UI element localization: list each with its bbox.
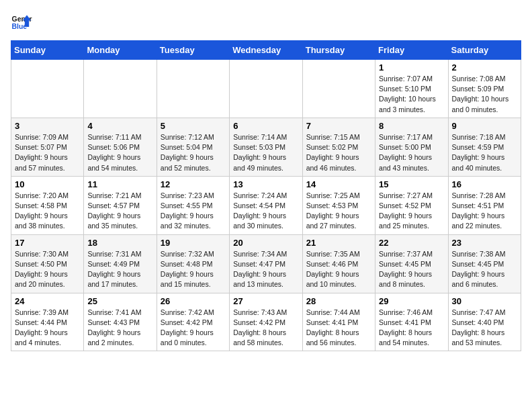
calendar-header-monday: Monday	[84, 41, 157, 60]
day-info: Sunrise: 7:12 AM Sunset: 5:04 PM Dayligh…	[161, 132, 226, 173]
day-info: Sunrise: 7:11 AM Sunset: 5:06 PM Dayligh…	[87, 132, 152, 173]
day-number: 9	[452, 121, 517, 131]
day-info: Sunrise: 7:32 AM Sunset: 4:48 PM Dayligh…	[161, 249, 226, 290]
calendar-day: 27Sunrise: 7:43 AM Sunset: 4:42 PM Dayli…	[230, 293, 302, 351]
calendar-day: 4Sunrise: 7:11 AM Sunset: 5:06 PM Daylig…	[84, 118, 157, 176]
calendar-week-1: 1Sunrise: 7:07 AM Sunset: 5:10 PM Daylig…	[11, 60, 521, 118]
day-number: 11	[87, 179, 152, 189]
calendar-day	[84, 60, 157, 118]
day-number: 23	[452, 238, 517, 248]
day-info: Sunrise: 7:17 AM Sunset: 5:00 PM Dayligh…	[379, 132, 444, 173]
calendar-header-saturday: Saturday	[448, 41, 521, 60]
calendar-day: 3Sunrise: 7:09 AM Sunset: 5:07 PM Daylig…	[11, 118, 84, 176]
day-number: 27	[233, 296, 298, 306]
calendar-day: 13Sunrise: 7:24 AM Sunset: 4:54 PM Dayli…	[230, 176, 302, 234]
day-number: 15	[379, 179, 444, 189]
calendar-week-3: 10Sunrise: 7:20 AM Sunset: 4:58 PM Dayli…	[11, 176, 521, 234]
day-number: 22	[379, 238, 444, 248]
day-info: Sunrise: 7:20 AM Sunset: 4:58 PM Dayligh…	[15, 191, 80, 232]
day-number: 28	[306, 296, 371, 306]
day-number: 8	[379, 121, 444, 131]
calendar-day: 12Sunrise: 7:23 AM Sunset: 4:55 PM Dayli…	[157, 176, 229, 234]
day-number: 13	[233, 179, 298, 189]
day-info: Sunrise: 7:39 AM Sunset: 4:44 PM Dayligh…	[15, 308, 80, 349]
calendar-day: 24Sunrise: 7:39 AM Sunset: 4:44 PM Dayli…	[11, 293, 84, 351]
calendar-day: 21Sunrise: 7:35 AM Sunset: 4:46 PM Dayli…	[302, 234, 375, 293]
day-info: Sunrise: 7:25 AM Sunset: 4:53 PM Dayligh…	[306, 191, 371, 232]
day-number: 7	[306, 121, 371, 131]
calendar-day: 8Sunrise: 7:17 AM Sunset: 5:00 PM Daylig…	[375, 118, 448, 176]
day-number: 21	[306, 238, 371, 248]
day-number: 30	[452, 296, 517, 306]
calendar-day	[157, 60, 229, 118]
day-number: 2	[452, 62, 517, 73]
calendar-day: 18Sunrise: 7:31 AM Sunset: 4:49 PM Dayli…	[84, 234, 157, 293]
day-number: 29	[379, 296, 444, 306]
day-number: 17	[15, 238, 80, 248]
day-number: 24	[15, 296, 80, 306]
calendar-header-sunday: Sunday	[11, 41, 84, 60]
day-info: Sunrise: 7:08 AM Sunset: 5:09 PM Dayligh…	[452, 74, 517, 115]
calendar-week-5: 24Sunrise: 7:39 AM Sunset: 4:44 PM Dayli…	[11, 293, 521, 351]
calendar-day: 19Sunrise: 7:32 AM Sunset: 4:48 PM Dayli…	[157, 234, 229, 293]
calendar-day: 15Sunrise: 7:27 AM Sunset: 4:52 PM Dayli…	[375, 176, 448, 234]
day-info: Sunrise: 7:14 AM Sunset: 5:03 PM Dayligh…	[233, 132, 298, 173]
day-info: Sunrise: 7:47 AM Sunset: 4:40 PM Dayligh…	[452, 308, 517, 349]
calendar-day: 10Sunrise: 7:20 AM Sunset: 4:58 PM Dayli…	[11, 176, 84, 234]
calendar-day: 16Sunrise: 7:28 AM Sunset: 4:51 PM Dayli…	[448, 176, 521, 234]
calendar-day: 11Sunrise: 7:21 AM Sunset: 4:57 PM Dayli…	[84, 176, 157, 234]
day-info: Sunrise: 7:27 AM Sunset: 4:52 PM Dayligh…	[379, 191, 444, 232]
calendar-header-wednesday: Wednesday	[230, 41, 302, 60]
calendar-day: 25Sunrise: 7:41 AM Sunset: 4:43 PM Dayli…	[84, 293, 157, 351]
day-info: Sunrise: 7:23 AM Sunset: 4:55 PM Dayligh…	[161, 191, 226, 232]
day-info: Sunrise: 7:18 AM Sunset: 4:59 PM Dayligh…	[452, 132, 517, 173]
calendar-day: 5Sunrise: 7:12 AM Sunset: 5:04 PM Daylig…	[157, 118, 229, 176]
day-info: Sunrise: 7:30 AM Sunset: 4:50 PM Dayligh…	[15, 249, 80, 290]
day-info: Sunrise: 7:24 AM Sunset: 4:54 PM Dayligh…	[233, 191, 298, 232]
day-number: 25	[87, 296, 152, 306]
day-number: 1	[379, 62, 444, 73]
day-number: 18	[87, 238, 152, 248]
day-number: 3	[15, 121, 80, 131]
day-number: 6	[233, 121, 298, 131]
day-info: Sunrise: 7:07 AM Sunset: 5:10 PM Dayligh…	[379, 74, 444, 115]
day-number: 16	[452, 179, 517, 189]
calendar-day: 6Sunrise: 7:14 AM Sunset: 5:03 PM Daylig…	[230, 118, 302, 176]
day-number: 10	[15, 179, 80, 189]
calendar-week-4: 17Sunrise: 7:30 AM Sunset: 4:50 PM Dayli…	[11, 234, 521, 293]
calendar-day: 20Sunrise: 7:34 AM Sunset: 4:47 PM Dayli…	[230, 234, 302, 293]
calendar-day: 26Sunrise: 7:42 AM Sunset: 4:42 PM Dayli…	[157, 293, 229, 351]
calendar-header-row: SundayMondayTuesdayWednesdayThursdayFrid…	[11, 41, 521, 60]
page-header: General Blue	[11, 11, 521, 32]
calendar-header-tuesday: Tuesday	[157, 41, 229, 60]
day-info: Sunrise: 7:09 AM Sunset: 5:07 PM Dayligh…	[15, 132, 80, 173]
calendar-day: 23Sunrise: 7:38 AM Sunset: 4:45 PM Dayli…	[448, 234, 521, 293]
calendar-day	[230, 60, 302, 118]
day-number: 20	[233, 238, 298, 248]
day-number: 5	[161, 121, 226, 131]
day-info: Sunrise: 7:31 AM Sunset: 4:49 PM Dayligh…	[87, 249, 152, 290]
logo-icon: General Blue	[11, 11, 32, 32]
calendar-table: SundayMondayTuesdayWednesdayThursdayFrid…	[11, 40, 521, 351]
logo: General Blue	[11, 11, 35, 32]
calendar-day: 28Sunrise: 7:44 AM Sunset: 4:41 PM Dayli…	[302, 293, 375, 351]
calendar-day: 22Sunrise: 7:37 AM Sunset: 4:45 PM Dayli…	[375, 234, 448, 293]
calendar-day: 1Sunrise: 7:07 AM Sunset: 5:10 PM Daylig…	[375, 60, 448, 118]
calendar-header-friday: Friday	[375, 41, 448, 60]
calendar-day: 2Sunrise: 7:08 AM Sunset: 5:09 PM Daylig…	[448, 60, 521, 118]
calendar-header-thursday: Thursday	[302, 41, 375, 60]
calendar-day: 30Sunrise: 7:47 AM Sunset: 4:40 PM Dayli…	[448, 293, 521, 351]
calendar-day: 29Sunrise: 7:46 AM Sunset: 4:41 PM Dayli…	[375, 293, 448, 351]
day-info: Sunrise: 7:28 AM Sunset: 4:51 PM Dayligh…	[452, 191, 517, 232]
day-info: Sunrise: 7:44 AM Sunset: 4:41 PM Dayligh…	[306, 308, 371, 349]
day-number: 14	[306, 179, 371, 189]
day-info: Sunrise: 7:42 AM Sunset: 4:42 PM Dayligh…	[161, 308, 226, 349]
calendar-day: 14Sunrise: 7:25 AM Sunset: 4:53 PM Dayli…	[302, 176, 375, 234]
calendar-day	[11, 60, 84, 118]
calendar-day: 9Sunrise: 7:18 AM Sunset: 4:59 PM Daylig…	[448, 118, 521, 176]
day-info: Sunrise: 7:34 AM Sunset: 4:47 PM Dayligh…	[233, 249, 298, 290]
day-info: Sunrise: 7:35 AM Sunset: 4:46 PM Dayligh…	[306, 249, 371, 290]
day-number: 4	[87, 121, 152, 131]
day-info: Sunrise: 7:37 AM Sunset: 4:45 PM Dayligh…	[379, 249, 444, 290]
day-number: 19	[161, 238, 226, 248]
